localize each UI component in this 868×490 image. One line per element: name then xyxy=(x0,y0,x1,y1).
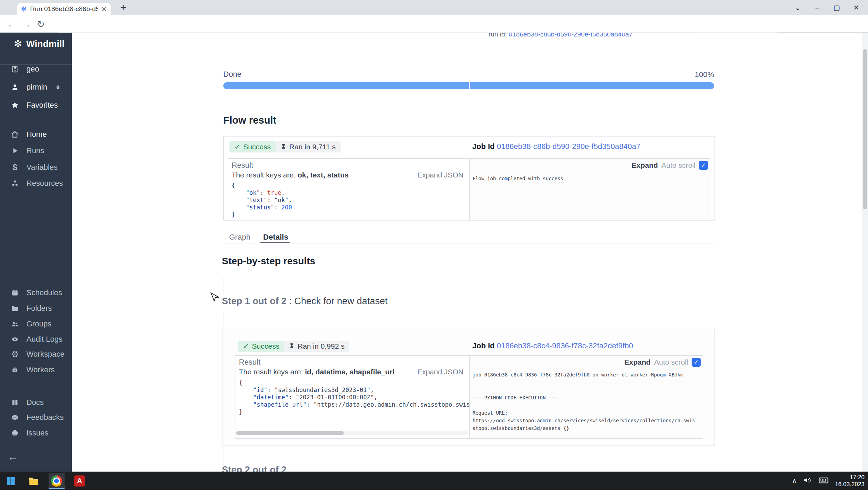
sidebar-item-schedules[interactable]: Schedules xyxy=(0,285,72,300)
tab-search-icon[interactable]: ⌄ xyxy=(788,0,808,15)
sidebar-item-workspace-settings[interactable]: ⚙ Workspace xyxy=(0,347,72,362)
tabs-bottom-border xyxy=(223,243,715,243)
minimize-button[interactable]: – xyxy=(808,0,827,15)
tray-chevron-icon[interactable]: ∧ xyxy=(792,477,797,485)
eye-icon xyxy=(10,335,19,343)
auto-scroll-label: Auto scroll xyxy=(661,161,695,169)
steps-section-title: Step-by-step results xyxy=(222,256,315,267)
log-controls: Expand Auto scroll ✓ xyxy=(624,358,701,367)
auto-scroll-checkbox[interactable]: ✓ xyxy=(699,161,708,170)
new-tab-button[interactable]: + xyxy=(117,2,129,13)
expand-json-button[interactable]: Expand JSON xyxy=(417,368,464,376)
discord-icon xyxy=(10,414,19,421)
screen: ✻ Run 0186eb38-c86b-d590-290e- ✕ + ⌄ – ▢… xyxy=(0,0,868,490)
taskbar-clock[interactable]: 17:20 16.03.2023 xyxy=(835,474,865,488)
progress-status: Done xyxy=(223,70,242,79)
result-keys-line: The result keys are: ok, text, status xyxy=(232,171,349,179)
sidebar-divider xyxy=(0,446,72,446)
sidebar-item-variables[interactable]: $ Variables xyxy=(0,160,72,175)
check-icon: ✓ xyxy=(243,342,249,350)
expand-log-button[interactable]: Expand xyxy=(624,358,651,366)
step1-duration-badge: Ran in 0,992 s xyxy=(284,341,349,352)
flow-job-id-link[interactable]: 0186eb38-c86b-d590-290e-f5d350a840a7 xyxy=(497,142,640,151)
horizontal-scrollbar-thumb[interactable] xyxy=(236,431,344,435)
sidebar-item-folders[interactable]: Folders xyxy=(0,301,72,316)
windows-logo-icon xyxy=(6,476,16,486)
sidebar-item-label: Issues xyxy=(26,429,49,438)
step1-card: ✓ Success Ran in 0,992 s Job Id 0186eb38… xyxy=(223,328,715,446)
resources-cluster-icon xyxy=(10,180,19,187)
run-id-link[interactable]: 0186eb38-c86b-d590-290e-f5d350a840a7 xyxy=(509,33,633,38)
maximize-button[interactable]: ▢ xyxy=(827,0,846,15)
chrome-icon xyxy=(51,475,62,487)
flow-log-pane: Expand Auto scroll ✓ Flow job completed … xyxy=(470,159,711,220)
collapse-sidebar-arrow-icon[interactable]: ← xyxy=(8,451,18,463)
step-connector-line xyxy=(224,313,224,328)
windmill-brand[interactable]: ✻ Windmill xyxy=(0,36,72,51)
horizontal-scrollbar-track[interactable] xyxy=(236,431,468,435)
crown-icon: ♛ xyxy=(56,84,60,90)
auto-scroll-checkbox[interactable]: ✓ xyxy=(692,358,701,367)
sidebar-item-issues[interactable]: Issues xyxy=(0,425,72,441)
tab-details[interactable]: Details xyxy=(263,233,288,242)
folder-icon xyxy=(10,305,19,312)
sidebar-item-label: Groups xyxy=(26,319,51,329)
sidebar-item-runs[interactable]: Runs xyxy=(0,143,72,158)
check-icon: ✓ xyxy=(234,143,241,151)
sidebar-item-audit-logs[interactable]: Audit Logs xyxy=(0,332,72,347)
dollar-icon: $ xyxy=(10,163,19,172)
sidebar-item-groups[interactable]: Groups xyxy=(0,316,72,332)
flow-result-title: Flow result xyxy=(223,115,276,126)
progress-percent: 100% xyxy=(692,70,714,79)
sidebar-item-resources[interactable]: Resources xyxy=(0,176,72,191)
sidebar-item-label: Audit Logs xyxy=(26,335,62,344)
sidebar-item-label: Workspace xyxy=(26,350,65,359)
sidebar-item-feedbacks[interactable]: Feedbacks xyxy=(0,410,72,425)
sidebar-item-workspace-geo[interactable]: geo xyxy=(0,61,72,77)
tab-title: Run 0186eb38-c86b-d590-290e- xyxy=(30,5,98,13)
building-icon xyxy=(10,65,19,73)
step1-result-left-pane: Result The result keys are: id, datetime… xyxy=(235,356,469,438)
sidebar-item-label: Variables xyxy=(26,163,58,172)
result-label: Result xyxy=(232,161,253,170)
sidebar-item-label: Schedules xyxy=(26,288,62,297)
flow-duration-badge: Ran in 9,711 s xyxy=(276,141,341,152)
book-icon xyxy=(10,399,19,406)
hourglass-icon xyxy=(289,342,295,350)
page-scrollbar[interactable] xyxy=(862,33,868,472)
robot-icon xyxy=(10,366,19,374)
tab-close-icon[interactable]: ✕ xyxy=(101,5,107,13)
browser-tab[interactable]: ✻ Run 0186eb38-c86b-d590-290e- ✕ xyxy=(17,3,111,15)
windmill-logo-icon: ✻ xyxy=(14,38,22,50)
flow-status-badge: ✓ Success xyxy=(229,141,276,152)
sidebar-item-user[interactable]: pirmin ♛ xyxy=(0,80,72,95)
expand-json-button[interactable]: Expand JSON xyxy=(417,171,464,179)
forward-icon[interactable]: → xyxy=(20,18,33,31)
system-tray: ∧ 17:20 16.03.2023 xyxy=(792,472,865,490)
log-controls: Expand Auto scroll ✓ xyxy=(632,161,708,170)
windows-taskbar: A ∧ 17:20 16.03.2023 xyxy=(0,472,868,490)
expand-log-button[interactable]: Expand xyxy=(632,161,658,169)
back-icon[interactable]: ← xyxy=(6,18,18,31)
acrobat-button[interactable]: A xyxy=(72,473,87,489)
file-explorer-button[interactable] xyxy=(26,473,42,489)
gear-icon: ⚙ xyxy=(10,349,19,359)
result-label: Result xyxy=(239,358,260,367)
volume-icon[interactable] xyxy=(803,476,812,486)
sidebar-item-favorites[interactable]: Favorites xyxy=(0,98,72,113)
tab-graph[interactable]: Graph xyxy=(229,233,250,242)
sidebar-item-workers[interactable]: Workers xyxy=(0,362,72,377)
reload-icon[interactable]: ↻ xyxy=(35,18,47,31)
step1-log-output: job 0186eb38-c8c4-9836-f78c-32fa2def9fb0… xyxy=(473,371,695,432)
step1-job-id-link[interactable]: 0186eb38-c8c4-9836-f78c-32fa2def9fb0 xyxy=(497,341,633,350)
close-button[interactable]: ✕ xyxy=(846,0,866,15)
step1-result-json: { "id": "swissboundaries3d_2023-01", "da… xyxy=(239,379,469,416)
page-scrollbar-thumb[interactable] xyxy=(863,49,867,209)
chrome-button[interactable] xyxy=(49,473,65,489)
sidebar-item-home[interactable]: Home xyxy=(0,127,72,142)
start-button[interactable] xyxy=(3,473,19,489)
sidebar-item-label: Workers xyxy=(26,365,55,374)
main-content: run id: 0186eb38-c86b-d590-290e-f5d350a8… xyxy=(72,33,862,472)
keyboard-icon[interactable] xyxy=(818,475,829,487)
sidebar-item-docs[interactable]: Docs xyxy=(0,395,72,410)
